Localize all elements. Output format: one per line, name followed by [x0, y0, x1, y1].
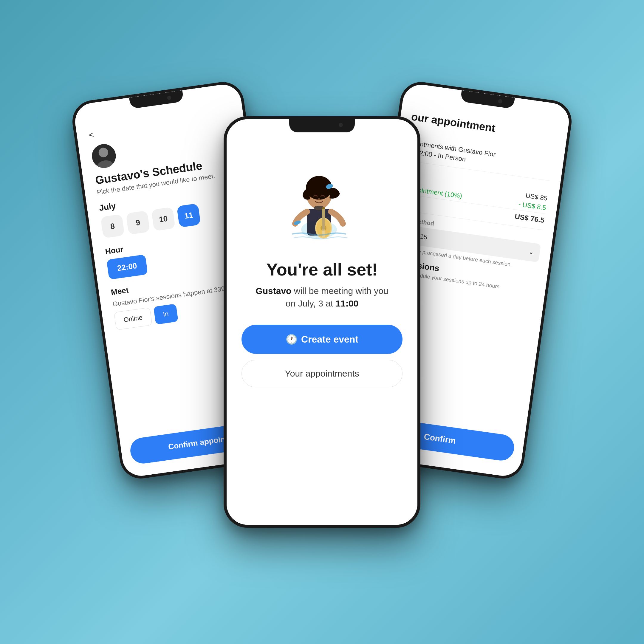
date-10[interactable]: 10 — [151, 207, 175, 231]
create-event-button[interactable]: 🕐 Create event — [241, 325, 403, 354]
create-event-label: Create event — [301, 334, 358, 345]
center-phone-screen: You're all set! Gustavo will be meeting … — [227, 119, 417, 525]
right-phone-notch — [460, 90, 515, 109]
date-9[interactable]: 9 — [126, 210, 150, 235]
phones-container: < Gustavo's Schedule Pick the date that … — [83, 54, 561, 590]
time-selector[interactable]: 22:00 — [106, 254, 148, 280]
all-set-title: You're all set! — [266, 259, 378, 279]
center-phone: You're all set! Gustavo will be meeting … — [224, 116, 420, 528]
back-button[interactable]: < — [88, 111, 232, 140]
center-phone-inner: You're all set! Gustavo will be meeting … — [227, 119, 417, 525]
clock-icon: 🕐 — [286, 334, 298, 345]
your-appointments-button[interactable]: Your appointments — [241, 360, 403, 387]
svg-point-9 — [318, 198, 320, 200]
total-value: US$ 76.5 — [514, 212, 545, 225]
appointment-time: 11:00 — [336, 298, 359, 308]
provider-name: Gustavo — [256, 286, 291, 296]
subtitle-date: on July, 3 at 11:00 — [286, 298, 359, 308]
avatar — [90, 143, 117, 169]
base-price-value: US$ 85 — [525, 192, 548, 202]
all-set-subtitle: Gustavo will be meeting with you on July… — [256, 285, 388, 310]
chevron-down-icon: ⌄ — [528, 248, 534, 256]
date-11[interactable]: 11 — [177, 203, 201, 227]
subtitle-text2: will be meeting with you — [291, 286, 388, 296]
date-8[interactable]: 8 — [100, 214, 125, 238]
left-phone-notch — [129, 90, 184, 109]
center-phone-notch — [289, 119, 355, 132]
meet-online[interactable]: Online — [114, 307, 152, 330]
success-illustration — [277, 161, 367, 250]
meet-in-person[interactable]: In — [153, 304, 178, 325]
